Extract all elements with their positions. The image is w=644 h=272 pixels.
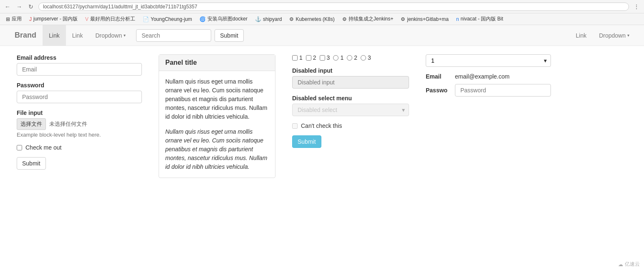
right-form: 1 ▾ Email email@example.com Passwo [426, 54, 551, 101]
password-group: Password [17, 82, 142, 103]
bookmark-jenkins1[interactable]: ⚙ 持续集成之Jenkins+ [340, 15, 396, 23]
checkbox-1-3: 3 [320, 54, 330, 61]
dropdown-caret-icon: ▾ [124, 33, 126, 38]
bookmark-icon-8: n [456, 16, 459, 22]
checkbox-text: Check me out [25, 144, 61, 151]
radio-2-3: 3 [361, 54, 371, 61]
bookmark-icon-5: ⚙ [289, 16, 294, 22]
checkbox-label-1-1: 1 [299, 54, 303, 61]
email-input[interactable] [17, 63, 142, 76]
bookmark-icon-3: 🌀 [200, 16, 206, 22]
bookmark-icon-1: V [85, 16, 88, 22]
search-submit-button[interactable]: Submit [215, 29, 244, 42]
password-label: Password [17, 82, 142, 89]
checkbox-group-1: 1 2 3 1 2 3 [292, 54, 409, 61]
help-text: Example block-level help text here. [17, 132, 142, 138]
bookmark-nivacat[interactable]: n nivacat - 国内版 Bit [454, 15, 506, 23]
left-form: Email address Password File input 选择文件 未… [17, 54, 142, 170]
extensions-btn[interactable]: ⋮ [632, 3, 641, 11]
url-bar[interactable]: localhost:63127/pycharm/day11/adulttml_j… [38, 3, 629, 11]
checkbox-label[interactable]: Check me out [17, 144, 142, 151]
nav-link-2[interactable]: Link [66, 25, 89, 46]
panel: Panel title Nullam quis risus eget urna … [159, 54, 275, 178]
file-group: File input 选择文件 未选择任何文件 Example block-le… [17, 109, 142, 138]
checkbox-item-1-2[interactable] [306, 55, 311, 61]
right-password-input[interactable] [455, 84, 551, 97]
radio-2-2: 2 [347, 54, 357, 61]
cant-check-checkbox [292, 123, 298, 129]
file-input-wrapper: 选择文件 未选择任何文件 [17, 118, 142, 130]
bookmarks-bar: ⊞ 应用 J jumpserver - 国内版 V 最好用的日志分析工 📄 Yo… [0, 13, 644, 25]
radio-item-2-1[interactable] [333, 55, 338, 61]
bookmark-youngcheung[interactable]: 📄 YoungCheung-jum [140, 15, 194, 23]
file-name-text: 未选择任何文件 [49, 120, 87, 128]
main-content: Email address Password File input 选择文件 未… [0, 46, 644, 186]
email-label: Email address [17, 54, 142, 61]
check-me-checkbox[interactable] [17, 145, 22, 150]
nav-dropdown-right[interactable]: Dropdown ▾ [593, 25, 636, 46]
radio-2-1: 1 [333, 54, 343, 61]
file-label: File input [17, 109, 142, 116]
bookmark-icon-0: J [29, 16, 32, 22]
nav-dropdown[interactable]: Dropdown ▾ [89, 25, 132, 46]
navbar-brand[interactable]: Brand [8, 31, 43, 40]
bookmark-ubuntu[interactable]: 🌀 安装乌班图docker [197, 15, 250, 23]
middle-form: 1 2 3 1 2 3 [292, 54, 409, 148]
disabled-input [292, 76, 409, 89]
bookmarks-apps[interactable]: ⊞ 应用 [3, 15, 24, 23]
radio-label-2-3: 3 [368, 54, 371, 61]
bookmark-icon-2: 📄 [143, 16, 149, 22]
search-input[interactable] [136, 29, 211, 42]
disabled-select: Disabled select [292, 104, 409, 116]
bookmark-icon-4: ⚓ [255, 16, 261, 22]
navbar: Brand Link Link Dropdown ▾ Submit Link D… [0, 25, 644, 46]
checkbox-item-1-3[interactable] [320, 55, 325, 61]
file-choose-button[interactable]: 选择文件 [17, 118, 46, 130]
bookmark-jenkins2[interactable]: ⚙ jenkins+Gitlab+ma [398, 15, 451, 23]
back-btn[interactable]: ← [3, 3, 12, 11]
browser-bar: ← → ↻ localhost:63127/pycharm/day11/adul… [0, 0, 644, 13]
bookmark-jumpserver[interactable]: J jumpserver - 国内版 [27, 15, 80, 23]
checkbox-1-1: 1 [292, 54, 303, 61]
panel-text-1: Nullam quis risus eget urna mollis ornar… [165, 77, 269, 121]
panel-title: Panel title [165, 59, 269, 66]
bookmark-k8s[interactable]: ⚙ Kubernetes (K8s) [287, 15, 337, 23]
cant-check-label: Can't check this [301, 122, 342, 129]
right-password-label: Passwo [426, 87, 451, 94]
disabled-input-label: Disabled input [292, 67, 409, 74]
password-input[interactable] [17, 91, 142, 103]
right-email-field: Email email@example.com [426, 73, 551, 80]
radio-label-2-1: 1 [340, 54, 343, 61]
right-select[interactable]: 1 [426, 54, 551, 67]
cant-check-group: Can't check this [292, 122, 409, 129]
radio-label-2-2: 2 [354, 54, 357, 61]
checkbox-1-2: 2 [306, 54, 316, 61]
disabled-select-label: Disabled select menu [292, 95, 409, 102]
nav-link-right-1[interactable]: Link [569, 25, 593, 46]
bookmark-icon-7: ⚙ [401, 16, 405, 22]
disabled-input-group: Disabled input [292, 67, 409, 89]
grid-icon: ⊞ [6, 16, 10, 22]
checkbox-label-1-3: 3 [327, 54, 330, 61]
disabled-select-group: Disabled select menu Disabled select ▾ [292, 95, 409, 116]
navbar-right: Link Dropdown ▾ [569, 25, 636, 46]
left-submit-button[interactable]: Submit [17, 157, 46, 170]
right-select-wrapper: 1 ▾ [426, 54, 551, 67]
dropdown-right-caret-icon: ▾ [627, 33, 629, 38]
panel-body: Nullam quis risus eget urna mollis ornar… [159, 71, 275, 178]
panel-text-2: Nullam quis risus eget urna mollis ornar… [165, 127, 269, 171]
right-email-label: Email [426, 73, 451, 80]
right-email-value: email@example.com [455, 73, 510, 80]
forward-btn[interactable]: → [15, 3, 23, 11]
radio-item-2-3[interactable] [361, 55, 366, 61]
bookmark-icon-6: ⚙ [342, 16, 347, 22]
panel-header: Panel title [159, 55, 275, 71]
bookmark-shipyard[interactable]: ⚓ shipyard [253, 15, 284, 23]
refresh-btn[interactable]: ↻ [27, 3, 35, 11]
nav-link-1[interactable]: Link [43, 25, 66, 46]
checkbox-item-1-1[interactable] [292, 55, 298, 61]
radio-item-2-2[interactable] [347, 55, 352, 61]
bookmark-log[interactable]: V 最好用的日志分析工 [83, 15, 138, 23]
middle-submit-button[interactable]: Submit [292, 135, 321, 148]
disabled-select-wrapper: Disabled select ▾ [292, 104, 409, 116]
